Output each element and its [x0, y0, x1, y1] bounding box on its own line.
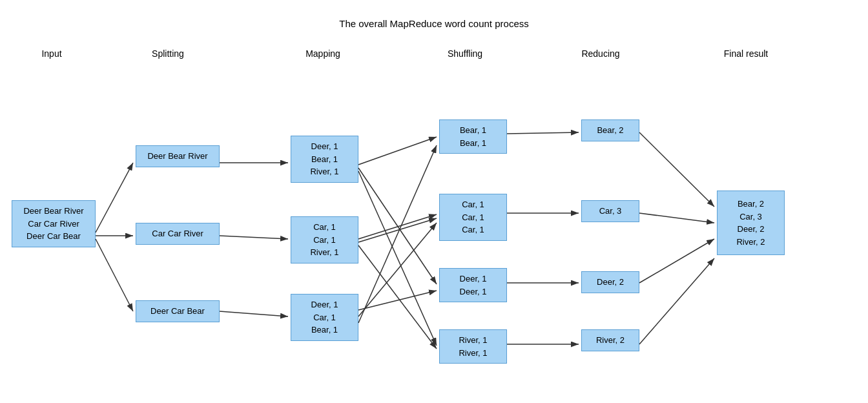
svg-line-5: [220, 236, 288, 239]
shuffle-car-box: Car, 1 Car, 1 Car, 1: [439, 194, 507, 241]
diagram-title: The overall MapReduce word count process: [0, 18, 868, 29]
map3-box: Deer, 1 Car, 1 Bear, 1: [291, 294, 358, 341]
split1-box: Deer Bear River: [136, 145, 220, 167]
svg-line-10: [358, 214, 437, 239]
svg-line-15: [358, 145, 437, 323]
input-box: Deer Bear River Car Car River Deer Car B…: [12, 200, 96, 247]
reduce-deer-box: Deer, 2: [581, 271, 639, 293]
reduce-bear-box: Bear, 2: [581, 119, 639, 141]
label-final: Final result: [704, 48, 788, 59]
svg-line-6: [220, 311, 288, 316]
svg-line-22: [639, 239, 714, 283]
split2-box: Car Car River: [136, 223, 220, 245]
svg-line-16: [507, 132, 579, 134]
svg-line-1: [96, 163, 133, 232]
diagram-container: The overall MapReduce word count process…: [0, 0, 868, 403]
shuffle-deer-box: Deer, 1 Deer, 1: [439, 268, 507, 302]
svg-line-7: [358, 137, 437, 165]
label-shuffling: Shuffling: [426, 48, 504, 59]
svg-line-14: [358, 223, 437, 316]
shuffle-river-box: River, 1 River, 1: [439, 329, 507, 364]
svg-line-8: [358, 171, 437, 346]
svg-line-23: [639, 258, 714, 344]
map1-box: Deer, 1 Bear, 1 River, 1: [291, 136, 358, 183]
label-splitting: Splitting: [129, 48, 207, 59]
label-input: Input: [19, 48, 84, 59]
label-mapping: Mapping: [284, 48, 362, 59]
svg-line-20: [639, 132, 714, 207]
svg-line-9: [358, 168, 437, 284]
shuffle-bear-box: Bear, 1 Bear, 1: [439, 119, 507, 154]
split3-box: Deer Car Bear: [136, 300, 220, 322]
reduce-river-box: River, 2: [581, 329, 639, 351]
final-box: Bear, 2 Car, 3 Deer, 2 River, 2: [717, 191, 785, 255]
map2-box: Car, 1 Car, 1 River, 1: [291, 216, 358, 264]
svg-line-3: [96, 239, 133, 311]
reduce-car-box: Car, 3: [581, 200, 639, 222]
svg-line-11: [358, 218, 437, 242]
svg-line-21: [639, 213, 714, 223]
svg-line-13: [358, 291, 437, 310]
svg-line-12: [358, 245, 437, 349]
label-reducing: Reducing: [568, 48, 633, 59]
